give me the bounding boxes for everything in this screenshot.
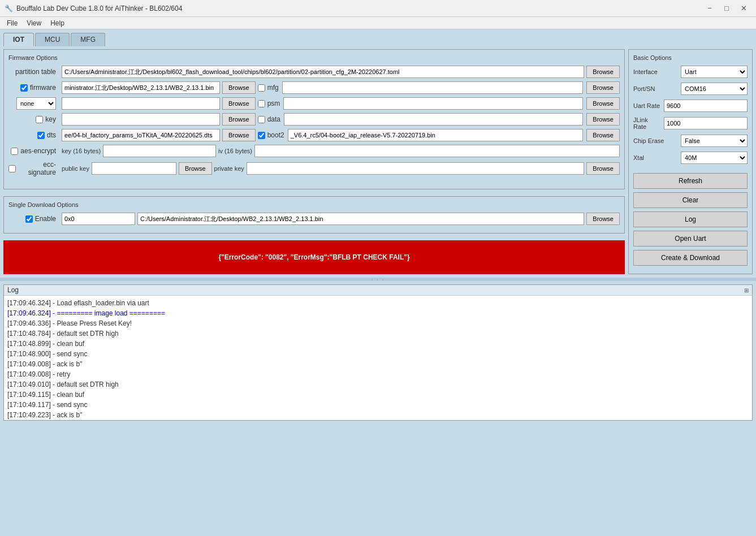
aes-iv-input[interactable] [254, 145, 620, 157]
psm-input[interactable] [283, 97, 583, 110]
key-browse[interactable]: Browse [222, 113, 256, 126]
log-scroll-icon: ⊞ [744, 287, 749, 293]
mfg-input[interactable] [282, 81, 584, 94]
aes-row: aes-encrypt key (16 bytes) iv (16 bytes) [8, 145, 620, 157]
firmware-row: firmware Browse mfg Browse [8, 81, 620, 94]
tab-mcu[interactable]: MCU [35, 33, 70, 46]
xtal-select[interactable]: 40M 32M [681, 152, 748, 164]
port-row: Port/SN COM16 [633, 83, 748, 95]
port-select[interactable]: COM16 [681, 83, 748, 95]
log-line: [17:10:49.115] - clean buf [7, 390, 749, 400]
clear-button[interactable]: Clear [633, 192, 748, 208]
mfg-browse[interactable]: Browse [586, 81, 620, 94]
boot2-input[interactable] [288, 129, 584, 141]
menu-bar: File View Help [0, 17, 756, 29]
single-download-box: Single Download Options Enable Browse [3, 196, 625, 234]
aes-checkbox[interactable] [11, 148, 18, 155]
close-button[interactable]: ✕ [736, 2, 751, 15]
dts-input[interactable] [62, 129, 220, 141]
key-checkbox[interactable] [36, 116, 43, 123]
port-label: Port/SN [633, 85, 677, 92]
firmware-input[interactable] [62, 81, 220, 94]
menu-file[interactable]: File [2, 18, 22, 28]
window-controls: − □ ✕ [702, 2, 751, 15]
ecc-priv-input[interactable] [247, 162, 585, 175]
create-download-button[interactable]: Create & Download [633, 250, 748, 266]
log-header: Log ⊞ [4, 285, 752, 296]
tab-iot[interactable]: IOT [3, 33, 34, 46]
aes-key-label: key (16 bytes) [62, 148, 101, 154]
chip-erase-label: Chip Erase [633, 137, 677, 144]
log-line: [17:10:49.223] - ack is b'' [7, 410, 749, 420]
none-input[interactable] [62, 97, 220, 110]
none-select[interactable]: none [16, 97, 56, 110]
data-browse[interactable]: Browse [586, 113, 620, 126]
psm-checkbox[interactable] [258, 100, 265, 107]
firmware-label: firmware [8, 84, 59, 92]
none-label: none [8, 97, 59, 110]
dts-label: dts [8, 131, 59, 139]
xtal-label: Xtal [633, 154, 677, 161]
maximize-button[interactable]: □ [719, 2, 735, 15]
aes-label: aes-encrypt [8, 147, 59, 155]
firmware-browse[interactable]: Browse [222, 81, 256, 94]
log-line: [17:09:46.324] - Load eflash_loader.bin … [7, 298, 749, 308]
interface-row: Interface Uart [633, 66, 748, 78]
boot2-half: boot2 Browse [258, 129, 620, 141]
none-row: none Browse psm Browse [8, 97, 620, 110]
ecc-pub-input[interactable] [92, 162, 176, 175]
log-line: [17:10:49.008] - ack is b'' [7, 359, 749, 369]
firmware-checkbox[interactable] [20, 84, 28, 92]
data-checkbox[interactable] [258, 116, 265, 123]
key-input[interactable] [62, 113, 220, 126]
enable-checkbox[interactable] [25, 215, 33, 223]
minimize-button[interactable]: − [702, 2, 718, 15]
tab-mfg[interactable]: MFG [71, 33, 105, 46]
address-input[interactable] [62, 213, 135, 225]
chip-erase-select[interactable]: False True [681, 135, 748, 147]
error-bar: {"ErrorCode": "0082", "ErrorMsg":"BFLB P… [3, 240, 625, 274]
data-input[interactable] [284, 113, 583, 126]
dts-checkbox[interactable] [37, 132, 45, 139]
menu-help[interactable]: Help [46, 18, 69, 28]
log-content[interactable]: [17:09:46.324] - Load eflash_loader.bin … [4, 296, 752, 420]
basic-options-title: Basic Options [633, 54, 748, 61]
ecc-priv-browse[interactable]: Browse [586, 162, 620, 175]
refresh-button[interactable]: Refresh [633, 173, 748, 189]
single-browse[interactable]: Browse [586, 213, 620, 225]
partition-table-input[interactable] [62, 66, 584, 78]
boot2-browse[interactable]: Browse [586, 129, 620, 141]
xtal-row: Xtal 40M 32M [633, 152, 748, 164]
log-line: [17:10:48.900] - send sync [7, 349, 749, 359]
interface-select[interactable]: Uart [681, 66, 748, 78]
title-bar: 🔧 Bouffalo Lab Dev Cube 1.8.0 for AiThin… [0, 0, 756, 17]
psm-browse[interactable]: Browse [586, 97, 620, 110]
ecc-pub-browse[interactable]: Browse [179, 162, 212, 175]
dts-browse[interactable]: Browse [222, 129, 256, 141]
partition-table-row: partition table Browse [8, 66, 620, 78]
log-button[interactable]: Log [633, 211, 748, 227]
none-browse[interactable]: Browse [222, 97, 256, 110]
log-line: [17:10:48.784] - default set DTR high [7, 328, 749, 339]
jlink-rate-label: JLink Rate [633, 116, 660, 130]
mfg-checkbox[interactable] [258, 84, 265, 92]
uart-rate-row: Uart Rate [633, 100, 748, 112]
main-panel: Firmware Options partition table Browse … [3, 49, 753, 274]
divider-handle[interactable]: · · · [0, 278, 756, 281]
single-download-row: Enable Browse [8, 213, 620, 225]
basic-options-box: Basic Options Interface Uart Port/SN COM… [628, 49, 753, 274]
enable-label: Enable [8, 215, 59, 223]
partition-table-browse[interactable]: Browse [586, 66, 620, 78]
aes-key-input[interactable] [103, 145, 216, 157]
uart-rate-input[interactable] [664, 100, 748, 112]
window-title: Bouffalo Lab Dev Cube 1.8.0 for AiThinke… [16, 5, 702, 12]
single-file-input[interactable] [137, 213, 584, 225]
boot2-checkbox[interactable] [258, 132, 265, 139]
error-message: {"ErrorCode": "0082", "ErrorMsg":"BFLB P… [218, 253, 409, 261]
psm-half: psm Browse [258, 97, 620, 110]
data-half: data Browse [258, 113, 620, 126]
menu-view[interactable]: View [22, 18, 46, 28]
ecc-checkbox[interactable] [8, 165, 16, 172]
open-uart-button[interactable]: Open Uart [633, 231, 748, 247]
jlink-rate-input[interactable] [664, 117, 748, 129]
